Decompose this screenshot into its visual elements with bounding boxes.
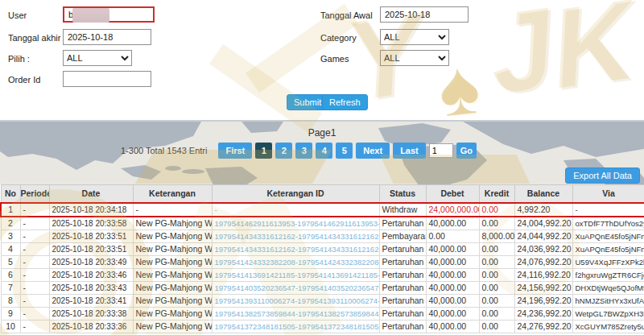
- cell-status: Pertaruhan: [379, 307, 426, 320]
- cell-balance: 4,992.20: [514, 203, 572, 217]
- cell-status: Pertaruhan: [379, 255, 426, 268]
- column-header-no: No: [1, 185, 20, 203]
- cell-status: Pertaruhan: [379, 242, 426, 255]
- cell-no: 4: [1, 242, 20, 255]
- cell-periode: -: [20, 242, 49, 255]
- games-label: Games: [320, 54, 349, 64]
- cell-balance: 24,156,992.20: [514, 281, 572, 294]
- cell-no: 10: [1, 320, 20, 333]
- page-button-1[interactable]: 1: [255, 143, 272, 159]
- cell-keterangan: New PG-Mahjong Ways: [133, 320, 212, 333]
- cell-status: Pertaruhan: [379, 217, 426, 230]
- cell-kredit: 0.00: [479, 294, 514, 307]
- transactions-table: NoPeriodeDateKeteranganKeterangan IDStat…: [0, 184, 644, 333]
- cell-keterangan-id[interactable]: 1979541382573859844-1979541382573859844-…: [212, 307, 379, 320]
- cell-kredit: 0.00: [479, 307, 514, 320]
- cell-no: 9: [1, 307, 20, 320]
- world-map-band: Page1 1-300 Total 1543 Entri First 12345…: [0, 121, 644, 184]
- column-header-debet: Debet: [426, 185, 479, 203]
- games-select[interactable]: ALL: [380, 50, 449, 66]
- cell-kredit: 0.00: [479, 217, 514, 230]
- cell-keterangan-id[interactable]: 1979541403520236547-1979541403520236547-…: [212, 281, 379, 294]
- cell-periode: -: [20, 320, 49, 333]
- cell-no: 7: [1, 281, 20, 294]
- cell-via: f2hgxruWgZTR6CFjeoU4XB: [572, 268, 644, 281]
- cell-kredit: 0.00: [479, 268, 514, 281]
- cell-debet: 40,000.00: [426, 217, 479, 230]
- cell-debet: 40,000.00: [426, 268, 479, 281]
- cell-date: 2025-10-18 20:33:43: [49, 281, 133, 294]
- tanggal-akhir-input[interactable]: [63, 29, 151, 45]
- cell-keterangan-id[interactable]: 1979541372348181505-1979541372348181505-…: [212, 320, 379, 333]
- column-header-date: Date: [49, 185, 133, 203]
- cell-via: hNMJZSitHYx3xUfA9JHhoW: [572, 294, 644, 307]
- tanggal-awal-label: Tanggal Awal: [320, 10, 373, 20]
- cell-balance: 24,036,992.20: [514, 242, 572, 255]
- cell-date: 2025-10-18 20:33:51: [49, 230, 133, 242]
- export-all-data-button[interactable]: Export All Data: [565, 168, 640, 184]
- cell-keterangan: -: [133, 203, 212, 217]
- cell-kredit: 0.00: [479, 255, 514, 268]
- cell-keterangan: New PG-Mahjong Ways: [133, 281, 212, 294]
- table-header-row: NoPeriodeDateKeteranganKeterangan IDStat…: [1, 185, 644, 203]
- cell-keterangan-id[interactable]: 1979541434331612162-1979541434331612162-…: [212, 230, 379, 242]
- cell-debet: 40,000.00: [426, 242, 479, 255]
- cell-keterangan-id[interactable]: 1979541393110006274-1979541393110006274-…: [212, 294, 379, 307]
- refresh-button[interactable]: Refresh: [322, 94, 368, 110]
- cell-keterangan-id[interactable]: 1979541424332382208-1979541424332382208-…: [212, 255, 379, 268]
- column-header-status: Status: [379, 185, 426, 203]
- cell-kredit: 0.00: [479, 242, 514, 255]
- cell-keterangan: New PG-Mahjong Ways: [133, 242, 212, 255]
- cell-status: Pertaruhan: [379, 268, 426, 281]
- cell-keterangan-id: -: [212, 203, 379, 217]
- cell-kredit: 0.00: [479, 281, 514, 294]
- page-number-buttons: 12345: [255, 143, 353, 159]
- cell-via: DHXDtjWqe5QJofMfMXPimU: [572, 281, 644, 294]
- cell-status: Pertaruhan: [379, 320, 426, 333]
- pilih-select[interactable]: ALL: [63, 50, 132, 66]
- cell-periode: -: [20, 230, 49, 242]
- page-button-2[interactable]: 2: [275, 143, 292, 159]
- order-id-label: Order Id: [8, 75, 40, 85]
- cell-kredit: 0.00: [479, 320, 514, 333]
- cell-date: 2025-10-18 20:33:51: [49, 242, 133, 255]
- page-button-3[interactable]: 3: [295, 143, 312, 159]
- column-header-keterangan-id: Keterangan ID: [212, 185, 379, 203]
- order-id-input[interactable]: [63, 71, 151, 87]
- table-row: 4-2025-10-18 20:33:51New PG-Mahjong Ways…: [1, 242, 644, 255]
- cell-periode: -: [20, 294, 49, 307]
- table-row: 3-2025-10-18 20:33:51New PG-Mahjong Ways…: [1, 230, 644, 242]
- cell-via: XuAPQnE45fo5jNFn3U85UD: [572, 230, 644, 242]
- cell-no: 5: [1, 255, 20, 268]
- table-row: 5-2025-10-18 20:33:49New PG-Mahjong Ways…: [1, 255, 644, 268]
- page-button-5[interactable]: 5: [336, 143, 353, 159]
- goto-page-input[interactable]: [429, 143, 453, 158]
- cell-no: 2: [1, 217, 20, 230]
- cell-periode: -: [20, 307, 49, 320]
- cell-status: Pertaruhan: [379, 281, 426, 294]
- category-select[interactable]: ALL: [380, 29, 449, 45]
- last-page-button[interactable]: Last: [393, 143, 426, 159]
- cell-debet: 40,000.00: [426, 294, 479, 307]
- cell-keterangan-id[interactable]: 1979541413691421185-1979541413691421185-…: [212, 268, 379, 281]
- cell-no: 6: [1, 268, 20, 281]
- cell-keterangan-id[interactable]: 1979541434331612162-1979541434331612162-…: [212, 242, 379, 255]
- table-row-highlighted: 1-2025-10-18 20:34:18--Withdraw24,000,00…: [1, 203, 644, 217]
- table-row: 2-2025-10-18 20:33:58New PG-Mahjong Ways…: [1, 217, 644, 230]
- cell-keterangan: New PG-Mahjong Ways: [133, 268, 212, 281]
- table-row: 7-2025-10-18 20:33:43New PG-Mahjong Ways…: [1, 281, 644, 294]
- page-indicator: Page1: [0, 127, 644, 139]
- cell-keterangan-id[interactable]: 1979541462911613953-1979541462911613953-…: [212, 217, 379, 230]
- cell-keterangan: New PG-Mahjong Ways: [133, 255, 212, 268]
- next-page-button[interactable]: Next: [356, 143, 390, 159]
- column-header-balance: Balance: [514, 185, 572, 203]
- cell-keterangan: New PG-Mahjong Ways: [133, 294, 212, 307]
- go-button[interactable]: Go: [456, 143, 477, 159]
- tanggal-awal-input[interactable]: [380, 6, 469, 23]
- first-page-button[interactable]: First: [218, 143, 252, 159]
- cell-periode: -: [20, 268, 49, 281]
- page-button-4[interactable]: 4: [316, 143, 332, 159]
- table-row: 6-2025-10-18 20:33:46New PG-Mahjong Ways…: [1, 268, 644, 281]
- cell-balance: 24,276,992.20: [514, 320, 572, 333]
- cell-no: 3: [1, 230, 20, 242]
